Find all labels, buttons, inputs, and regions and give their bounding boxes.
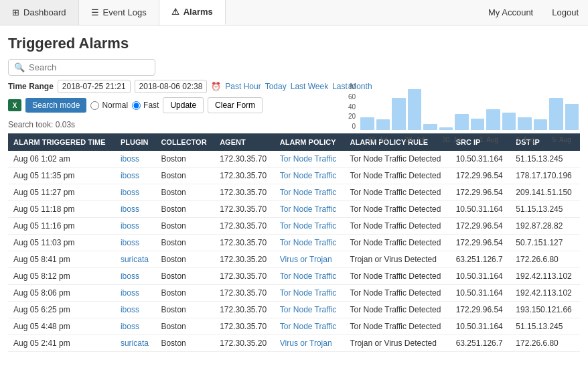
normal-label: Normal (102, 101, 128, 110)
last-week-link[interactable]: Last Week (291, 82, 328, 91)
th-triggered-time: ALARM TRIGGERED TIME (8, 133, 115, 151)
cell-5-6: 172.29.96.54 (451, 235, 511, 251)
normal-radio-group: Normal (90, 101, 128, 110)
cell-2-0: Aug 05 11:27 pm (8, 184, 115, 201)
cell-8-5: Tor Node Traffic Detected (345, 285, 451, 302)
cell-6-5: Trojan or Virus Detected (345, 251, 451, 268)
cell-3-3: 172.30.35.70 (214, 201, 275, 218)
table-row[interactable]: Aug 05 4:48 pmibossBoston172.30.35.70Tor… (8, 318, 580, 335)
nav-tab-eventlogs[interactable]: ☰ Event Logs (79, 0, 159, 25)
table-row[interactable]: Aug 05 6:25 pmibossBoston172.30.35.70Tor… (8, 302, 580, 318)
today-link[interactable]: Today (265, 82, 287, 91)
cell-11-7: 172.26.6.80 (510, 335, 580, 352)
chart-bar-10 (518, 117, 532, 130)
table-wrapper: ALARM TRIGGERED TIME PLUGIN COLLECTOR AG… (0, 133, 588, 360)
table-row[interactable]: Aug 05 11:27 pmibossBoston172.30.35.70To… (8, 184, 580, 201)
nav-tab-dashboard[interactable]: ⊞ Dashboard (0, 0, 79, 25)
table-row[interactable]: Aug 06 1:02 amibossBoston172.30.35.70Tor… (8, 151, 580, 168)
cell-3-6: 10.50.31.164 (451, 201, 511, 218)
cell-10-1: iboss (115, 318, 155, 335)
time-range-label: Time Range (8, 82, 54, 91)
cell-8-4: Tor Node Traffic (275, 285, 345, 302)
x-label-0: 26. Jul (368, 136, 387, 143)
chart-bar-3 (408, 89, 422, 130)
cell-4-4: Tor Node Traffic (275, 218, 345, 235)
x-label-1: 28. Jul (405, 136, 425, 143)
table-row[interactable]: Aug 05 11:35 pmibossBoston172.30.35.70To… (8, 168, 580, 184)
cell-7-5: Tor Node Traffic Detected (345, 268, 451, 285)
table-row[interactable]: Aug 05 2:41 pmsuricataBoston172.30.35.20… (8, 335, 580, 352)
cell-4-1: iboss (115, 218, 155, 235)
cell-1-4: Tor Node Traffic (275, 168, 345, 184)
cell-6-2: Boston (155, 251, 214, 268)
cell-1-7: 178.17.170.196 (510, 168, 580, 184)
y-label-40: 40 (348, 103, 356, 111)
nav-right: My Account Logout (479, 0, 588, 25)
cell-9-2: Boston (155, 302, 214, 318)
search-input[interactable] (29, 62, 149, 72)
cell-9-3: 172.30.35.70 (214, 302, 275, 318)
cell-2-4: Tor Node Traffic (275, 184, 345, 201)
cell-6-1: suricata (115, 251, 155, 268)
clear-form-button[interactable]: Clear Form (208, 97, 263, 113)
cell-0-2: Boston (155, 151, 214, 168)
chart-bar-5 (439, 127, 453, 130)
cell-5-3: 172.30.35.70 (214, 235, 275, 251)
cell-9-4: Tor Node Traffic (275, 302, 345, 318)
cell-6-6: 63.251.126.7 (451, 251, 511, 268)
logout-link[interactable]: Logout (542, 7, 588, 17)
cell-7-3: 172.30.35.70 (214, 268, 275, 285)
table-row[interactable]: Aug 05 11:18 pmibossBoston172.30.35.70To… (8, 201, 580, 218)
cell-7-7: 192.42.113.102 (510, 268, 580, 285)
fast-label: Fast (143, 101, 159, 110)
table-row[interactable]: Aug 05 8:12 pmibossBoston172.30.35.70Tor… (8, 268, 580, 285)
table-row[interactable]: Aug 05 11:03 pmibossBoston172.30.35.70To… (8, 235, 580, 251)
cell-10-4: Tor Node Traffic (275, 318, 345, 335)
upper-section: Triggered Alarms 🔍 Time Range 2018-07-25… (0, 25, 588, 129)
cell-3-0: Aug 05 11:18 pm (8, 201, 115, 218)
cell-3-7: 51.15.13.245 (510, 201, 580, 218)
cell-5-0: Aug 05 11:03 pm (8, 235, 115, 251)
eventlogs-icon: ☰ (91, 7, 99, 17)
cell-1-1: iboss (115, 168, 155, 184)
cell-0-3: 172.30.35.70 (214, 151, 275, 168)
cell-1-0: Aug 05 11:35 pm (8, 168, 115, 184)
nav-tab-alarms[interactable]: ⚠ Alarms (159, 0, 226, 25)
page-title: Triggered Alarms (0, 25, 588, 59)
update-button[interactable]: Update (163, 97, 204, 113)
th-collector: COLLECTOR (155, 133, 214, 151)
chart-bar-1 (376, 119, 390, 130)
cell-1-6: 172.29.96.54 (451, 168, 511, 184)
cell-10-2: Boston (155, 318, 214, 335)
cell-11-0: Aug 05 2:41 pm (8, 335, 115, 352)
cell-5-7: 50.7.151.127 (510, 235, 580, 251)
table-row[interactable]: Aug 05 8:06 pmibossBoston172.30.35.70Tor… (8, 285, 580, 302)
my-account-link[interactable]: My Account (479, 7, 542, 17)
cell-7-4: Tor Node Traffic (275, 268, 345, 285)
cell-0-5: Tor Node Traffic Detected (345, 151, 451, 168)
cell-11-4: Virus or Trojan (275, 335, 345, 352)
search-mode-button[interactable]: Search mode (25, 98, 86, 113)
cell-10-0: Aug 05 4:48 pm (8, 318, 115, 335)
table-row[interactable]: Aug 05 8:41 pmsuricataBoston172.30.35.20… (8, 251, 580, 268)
cell-8-6: 10.50.31.164 (451, 285, 511, 302)
chart-bar-13 (565, 104, 579, 130)
search-box[interactable]: 🔍 (8, 59, 155, 76)
alarms-table: ALARM TRIGGERED TIME PLUGIN COLLECTOR AG… (8, 133, 580, 352)
chart-bar-2 (392, 98, 406, 130)
cell-2-5: Tor Node Traffic Detected (345, 184, 451, 201)
table-row[interactable]: Aug 05 11:16 pmibossBoston172.30.35.70To… (8, 218, 580, 235)
time-range-start[interactable]: 2018-07-25 21:21 (58, 80, 131, 93)
cell-5-5: Tor Node Traffic Detected (345, 235, 451, 251)
time-range-end[interactable]: 2018-08-06 02:38 (135, 80, 208, 93)
clock-icon: ⏰ (211, 82, 221, 91)
normal-radio[interactable] (90, 101, 99, 110)
cell-1-2: Boston (155, 168, 214, 184)
fast-radio[interactable] (132, 101, 141, 110)
cell-0-4: Tor Node Traffic (275, 151, 345, 168)
chart-bar-11 (534, 119, 548, 130)
cell-7-0: Aug 05 8:12 pm (8, 268, 115, 285)
past-hour-link[interactable]: Past Hour (225, 82, 261, 91)
cell-11-5: Trojan or Virus Detected (345, 335, 451, 352)
th-agent: AGENT (214, 133, 275, 151)
